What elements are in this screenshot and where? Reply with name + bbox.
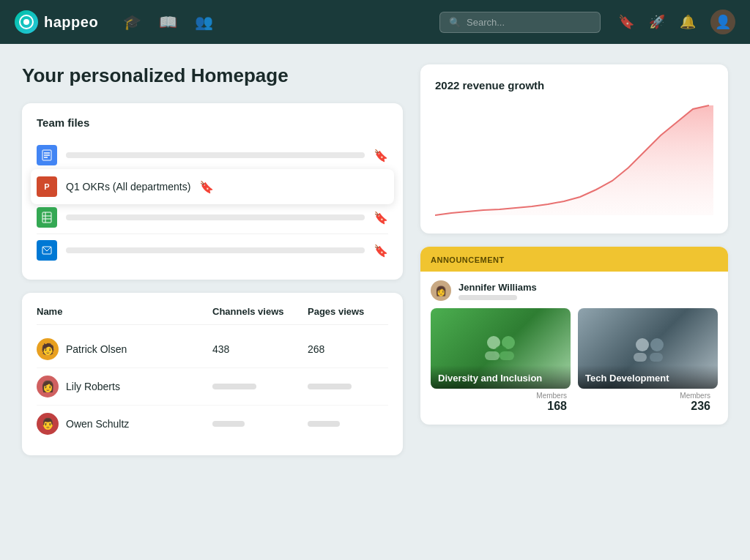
file-name-placeholder [66, 214, 365, 220]
announcement-body: 👩 Jennifer Williams [420, 272, 728, 425]
announcer-name: Jennifer Williams [458, 282, 537, 293]
wiki-icon[interactable]: 📖 [159, 13, 177, 31]
file-name-text: Q1 OKRs (All departments) [66, 181, 190, 193]
announcer-avatar: 👩 [431, 280, 451, 301]
svg-point-17 [650, 338, 664, 351]
table-row: 👩 Lily Roberts [37, 368, 388, 406]
avatar: 👨 [37, 413, 59, 435]
channel-members-row: Members 236 [574, 389, 718, 416]
channel-card-tech[interactable]: Tech Development [578, 308, 718, 389]
announcement-label: Announcement [431, 255, 505, 264]
svg-point-1 [23, 19, 29, 25]
svg-rect-15 [500, 351, 514, 360]
channel-name: Diversity and Inclusion [438, 373, 542, 384]
channels-footer: Members 168 Members 236 [431, 389, 718, 416]
channel-card-diversity[interactable]: Diversity and Inclusion [431, 308, 571, 389]
svg-rect-18 [634, 353, 647, 362]
person-name: Patrick Olsen [66, 343, 127, 355]
main-content: Your personalized Homepage Team files 🔖 … [0, 44, 750, 560]
team-files-title: Team files [37, 116, 388, 129]
revenue-chart-card: 2022 revenue growth [420, 64, 728, 234]
pages-views: 268 [308, 343, 388, 355]
logo-area: happeo [15, 10, 98, 34]
chart-title: 2022 revenue growth [435, 79, 713, 92]
leaderboard-card: Name Channels views Pages views 🧑 Patric… [22, 293, 403, 455]
pages-views-bar [308, 421, 340, 427]
search-icon: 🔍 [449, 17, 461, 28]
person-cell: 🧑 Patrick Olsen [37, 338, 212, 360]
person-name: Lily Roberts [66, 381, 120, 392]
search-bar[interactable]: 🔍 [439, 12, 601, 33]
outlook-icon [37, 240, 57, 261]
person-cell: 👨 Owen Schultz [37, 413, 212, 435]
bookmarks-icon[interactable]: 🔖 [618, 14, 634, 30]
channels-views-bar [212, 421, 245, 427]
members-count: 236 [680, 400, 710, 413]
search-input[interactable] [467, 17, 591, 28]
announcer-row: 👩 Jennifer Williams [431, 280, 718, 301]
col-pages: Pages views [308, 306, 388, 317]
bookmark-icon[interactable]: 🔖 [374, 149, 388, 163]
members-count: 168 [536, 400, 567, 413]
person-name: Owen Schultz [66, 418, 129, 430]
logo-icon [15, 10, 38, 34]
file-name-placeholder [66, 152, 365, 158]
page-title: Your personalized Homepage [22, 64, 403, 87]
svg-rect-6 [42, 212, 51, 223]
file-name-placeholder [66, 247, 365, 253]
pages-views-bar [308, 384, 352, 389]
channel-overlay: Tech Development [578, 365, 718, 389]
right-column: 2022 revenue growth [420, 64, 728, 540]
channel-name: Tech Development [585, 373, 669, 384]
channel-members-info: Members 236 [680, 392, 710, 413]
table-row: 🧑 Patrick Olsen 438 268 [37, 331, 388, 368]
members-label: Members [680, 392, 710, 400]
logo-text: happeo [44, 14, 98, 31]
table-header: Name Channels views Pages views [37, 306, 388, 325]
announcement-header: Announcement [420, 247, 728, 272]
svg-point-16 [636, 338, 649, 351]
person-cell: 👩 Lily Roberts [37, 376, 212, 397]
channels-views: 438 [212, 343, 308, 355]
bell-icon[interactable]: 🔔 [680, 14, 696, 30]
docs-icon [37, 145, 57, 165]
people-icon[interactable]: 👥 [195, 13, 213, 31]
user-avatar-nav[interactable]: 👤 [710, 10, 735, 34]
bookmark-icon[interactable]: 🔖 [374, 211, 388, 225]
file-item[interactable]: 🔖 [37, 139, 388, 172]
nav-right-icons: 🔖 🚀 🔔 👤 [618, 10, 735, 34]
channel-members-info: Members 168 [536, 392, 567, 413]
announcement-card: Announcement 👩 Jennifer Williams [420, 247, 728, 425]
navbar: happeo 🎓 📖 👥 🔍 🔖 🚀 🔔 👤 [0, 0, 750, 44]
avatar: 👩 [37, 376, 59, 397]
sheets-icon [37, 207, 57, 228]
file-item-highlighted[interactable]: P Q1 OKRs (All departments) 🔖 [31, 169, 394, 204]
rocket-icon[interactable]: 🚀 [649, 14, 665, 30]
svg-rect-14 [485, 351, 500, 360]
courses-icon[interactable]: 🎓 [123, 13, 141, 31]
members-label: Members [536, 392, 567, 400]
col-channels: Channels views [212, 306, 308, 317]
avatar: 🧑 [37, 338, 59, 360]
file-item[interactable]: 🔖 [37, 234, 388, 266]
svg-rect-19 [650, 353, 663, 362]
bookmark-icon[interactable]: 🔖 [374, 244, 388, 258]
channels-views-bar [212, 384, 256, 389]
channel-overlay: Diversity and Inclusion [431, 365, 571, 389]
chart-area [435, 102, 713, 219]
ppt-icon: P [37, 176, 57, 197]
announcer-info: Jennifer Williams [458, 282, 537, 300]
file-item[interactable]: 🔖 [37, 201, 388, 234]
table-row: 👨 Owen Schultz [37, 406, 388, 442]
team-files-card: Team files 🔖 P Q1 OKRs (All departments)… [22, 103, 403, 280]
announcer-subtitle-bar [458, 295, 517, 300]
bookmark-icon[interactable]: 🔖 [199, 180, 214, 194]
channels-grid: Diversity and Inclusion [431, 308, 718, 389]
channel-members-row: Members 168 [431, 389, 574, 416]
col-name: Name [37, 306, 212, 317]
left-column: Your personalized Homepage Team files 🔖 … [22, 64, 403, 540]
